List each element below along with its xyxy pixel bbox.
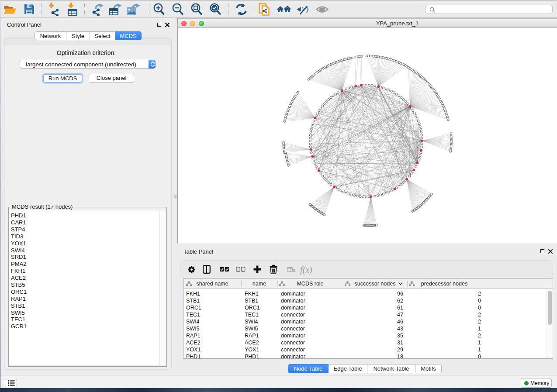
svg-text:f(x): f(x) xyxy=(300,265,312,275)
